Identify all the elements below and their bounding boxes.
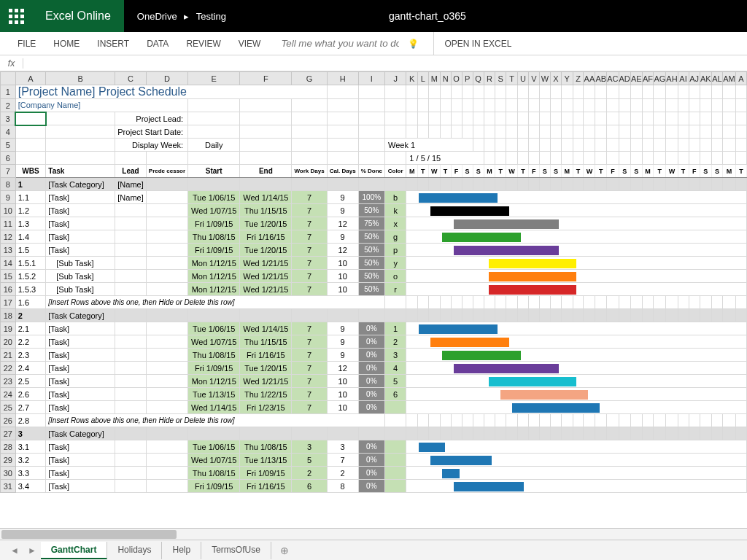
cell[interactable] <box>327 427 358 440</box>
cell[interactable] <box>607 427 619 440</box>
lead-cell[interactable] <box>115 480 147 493</box>
cell[interactable] <box>562 152 573 165</box>
gantt-cell[interactable] <box>406 204 747 217</box>
cell[interactable] <box>528 85 539 99</box>
cell[interactable] <box>327 85 358 99</box>
day-header[interactable]: W <box>666 165 678 178</box>
wbs-cell[interactable]: 2.5 <box>15 375 46 388</box>
row-header[interactable]: 19 <box>1 322 16 335</box>
cell[interactable] <box>735 427 746 440</box>
task-cell[interactable]: [Task] <box>46 375 115 388</box>
cell[interactable] <box>584 99 595 112</box>
cell[interactable] <box>528 414 539 427</box>
cell[interactable] <box>666 427 678 440</box>
cell[interactable] <box>689 178 700 191</box>
cell[interactable] <box>678 139 689 152</box>
app-launcher-button[interactable] <box>0 0 32 32</box>
pct-cell[interactable]: 0% <box>358 388 384 401</box>
row-header[interactable]: 1 <box>1 85 16 99</box>
cell[interactable] <box>517 296 528 309</box>
pred-cell[interactable] <box>146 467 187 480</box>
cell[interactable] <box>573 414 584 427</box>
color-cell[interactable]: k <box>385 204 406 217</box>
cell[interactable] <box>417 112 428 125</box>
gantt-cell[interactable] <box>406 244 747 257</box>
cell[interactable] <box>495 85 506 99</box>
cell[interactable] <box>146 427 187 440</box>
cell[interactable] <box>539 152 550 165</box>
cell[interactable] <box>188 427 240 440</box>
task-cell[interactable]: [Task] <box>46 191 115 204</box>
menu-insert[interactable]: INSERT <box>88 32 138 55</box>
cell[interactable] <box>539 99 550 112</box>
cell[interactable] <box>654 99 666 112</box>
cell[interactable] <box>607 112 619 125</box>
spreadsheet-grid[interactable]: ABCDEFGHIJKLMNOPQRSTUVWXYZAAABACADAEAFAG… <box>0 71 747 538</box>
note-cell[interactable]: [Insert Rows above this one, then Hide o… <box>46 296 385 309</box>
cell[interactable] <box>528 309 539 322</box>
cell[interactable] <box>654 427 666 440</box>
wbs-cell[interactable]: 2.3 <box>15 349 46 362</box>
wbs-cell[interactable]: 3.1 <box>15 440 46 454</box>
wbs-cell[interactable]: 2.8 <box>15 414 46 427</box>
row-header[interactable]: 11 <box>1 217 16 230</box>
cell[interactable] <box>506 112 518 125</box>
cell[interactable] <box>678 112 689 125</box>
start-cell[interactable]: Fri 1/09/15 <box>188 362 240 375</box>
cell[interactable] <box>711 414 723 427</box>
wbs-cell[interactable]: 2.7 <box>15 401 46 414</box>
col-header[interactable]: C <box>115 72 147 85</box>
cell[interactable] <box>506 152 518 165</box>
cell[interactable] <box>619 296 630 309</box>
cell[interactable] <box>642 427 654 440</box>
col-header[interactable]: AC <box>607 72 619 85</box>
start-cell[interactable]: Thu 1/08/15 <box>188 467 240 480</box>
cell[interactable] <box>462 414 473 427</box>
color-cell[interactable]: 2 <box>385 335 406 349</box>
cell[interactable] <box>188 99 240 112</box>
workdays-cell[interactable]: 7 <box>292 270 327 283</box>
col-header[interactable]: U <box>517 72 528 85</box>
cell[interactable] <box>607 296 619 309</box>
hdr-wbs[interactable]: WBS <box>15 165 46 178</box>
cell[interactable] <box>473 85 484 99</box>
row-header[interactable]: 31 <box>1 480 16 493</box>
cell[interactable] <box>462 125 473 139</box>
cell[interactable] <box>711 125 723 139</box>
task-cell[interactable]: [Task] <box>46 401 115 414</box>
lead-cell[interactable] <box>115 362 147 375</box>
cell[interactable] <box>595 99 607 112</box>
cell[interactable] <box>550 296 561 309</box>
cell[interactable] <box>358 152 384 165</box>
start-cell[interactable]: Tue 1/13/15 <box>188 388 240 401</box>
cell[interactable] <box>539 296 550 309</box>
hdr-color[interactable]: Color <box>385 165 406 178</box>
cell[interactable] <box>642 414 654 427</box>
cell[interactable] <box>678 178 689 191</box>
cell[interactable] <box>630 85 642 99</box>
cell[interactable] <box>666 296 678 309</box>
cell[interactable] <box>666 309 678 322</box>
day-header[interactable]: M <box>642 165 654 178</box>
cell[interactable] <box>630 112 642 125</box>
workdays-cell[interactable]: 7 <box>292 388 327 401</box>
task-cell[interactable]: [Task] <box>46 349 115 362</box>
cell[interactable] <box>630 139 642 152</box>
cell[interactable] <box>473 309 484 322</box>
cell[interactable] <box>495 414 506 427</box>
cell[interactable] <box>146 178 187 191</box>
lead-cell[interactable] <box>115 230 147 244</box>
cell[interactable] <box>428 125 440 139</box>
col-header[interactable]: AA <box>584 72 595 85</box>
gantt-cell[interactable] <box>406 191 747 204</box>
breadcrumb-root[interactable]: OneDrive <box>137 11 177 22</box>
wbs-cell[interactable]: 1.5.1 <box>15 257 46 270</box>
day-header[interactable]: T <box>654 165 666 178</box>
cell[interactable] <box>440 296 451 309</box>
cell[interactable] <box>495 178 506 191</box>
pct-cell[interactable]: 0% <box>358 362 384 375</box>
week-header[interactable]: Week 1 <box>385 139 473 152</box>
cell[interactable] <box>406 296 418 309</box>
day-header[interactable]: S <box>539 165 550 178</box>
start-cell[interactable]: Mon 1/12/15 <box>188 257 240 270</box>
